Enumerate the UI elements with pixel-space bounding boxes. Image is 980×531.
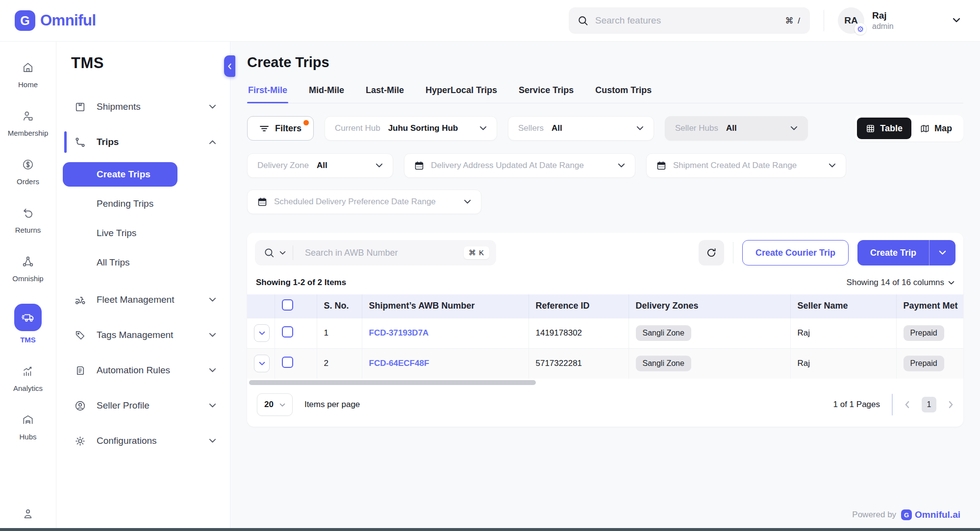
chevron-down-icon — [618, 161, 625, 170]
table-horizontal-scrollbar — [249, 380, 961, 386]
awb-link[interactable]: FCD-64ECF48F — [369, 359, 429, 368]
sidebar-title: TMS — [56, 54, 230, 72]
sidebar-item-tags-management[interactable]: Tags Management — [56, 323, 230, 347]
sidebar-item-fleet-management[interactable]: Fleet Management — [56, 288, 230, 312]
sellers-select[interactable]: Sellers All — [508, 116, 654, 141]
seller-hubs-select[interactable]: Seller Hubs All — [665, 116, 808, 141]
sidebar-item-trips[interactable]: Trips — [56, 130, 230, 154]
rail-item-omniship[interactable]: Omniship — [12, 255, 43, 283]
sidebar-menu: Shipments Trips Create Trips Pending Tri… — [56, 95, 230, 453]
map-view-button[interactable]: Map — [911, 118, 961, 139]
submenu-item-create-trips[interactable]: Create Trips — [63, 162, 177, 187]
omniful-ai-logo-icon: G — [901, 509, 912, 520]
rail-item-profile[interactable] — [22, 507, 34, 522]
topbar-divider — [824, 10, 824, 31]
chevron-down-icon — [790, 124, 798, 133]
current-page-button[interactable]: 1 — [922, 397, 936, 412]
header-payment-method: Payment Met — [896, 294, 963, 318]
scroll-icon — [74, 364, 86, 377]
row-checkbox[interactable] — [282, 357, 293, 368]
rail-item-hubs[interactable]: Hubs — [19, 413, 36, 441]
omniful-logo-text: Omniful — [40, 12, 96, 29]
table-row: 2 FCD-64ECF48F 5717322281 Sangli Zone Ra… — [247, 348, 963, 379]
submenu-item-pending-trips[interactable]: Pending Trips — [63, 192, 177, 216]
row-expand-button[interactable] — [254, 324, 270, 342]
create-courier-trip-button[interactable]: Create Courier Trip — [742, 240, 849, 266]
sidebar-item-shipments[interactable]: Shipments — [56, 95, 230, 119]
tab-mid-mile[interactable]: Mid-Mile — [308, 82, 345, 103]
tab-first-mile[interactable]: First-Mile — [247, 82, 288, 103]
rail-label: TMS — [20, 336, 36, 344]
delivery-address-updated-date-range[interactable]: Delivery Address Updated At Date Range — [404, 153, 635, 178]
user-role: admin — [872, 22, 894, 31]
create-trip-button[interactable]: Create Trip — [857, 240, 929, 266]
delivery-zone-select[interactable]: Delivery Zone All — [247, 153, 393, 178]
rail-item-orders[interactable]: Orders — [17, 158, 39, 186]
page-size-select[interactable]: 20 — [257, 393, 293, 416]
chevron-down-icon — [209, 436, 216, 445]
chevron-down-icon — [259, 362, 265, 366]
sidebar-item-label: Fleet Management — [97, 294, 174, 305]
rail-item-analytics[interactable]: Analytics — [13, 365, 43, 392]
table-view-button[interactable]: Table — [857, 118, 911, 139]
tab-hyperlocal-trips[interactable]: HyperLocal Trips — [425, 82, 498, 103]
current-hub-select[interactable]: Current Hub Juhu Sorting Hub — [325, 116, 497, 141]
rail-label: Home — [18, 80, 38, 89]
table-header-row: S. No. Shipment’s AWB Number Reference I… — [247, 294, 963, 318]
pagination-divider — [892, 394, 893, 415]
create-trip-split-button: Create Trip — [857, 240, 955, 266]
tab-service-trips[interactable]: Service Trips — [518, 82, 575, 103]
cell-reference-id: 1419178302 — [528, 318, 628, 348]
tab-last-mile[interactable]: Last-Mile — [365, 82, 405, 103]
chevron-down-icon — [479, 124, 487, 133]
user-icon — [22, 513, 34, 522]
sidebar-item-seller-profile[interactable]: Seller Profile — [56, 393, 230, 418]
row-checkbox[interactable] — [282, 326, 293, 338]
chevron-down-icon — [939, 250, 946, 255]
rail-item-membership[interactable]: Membership — [8, 110, 49, 137]
filters-button[interactable]: Filters — [247, 116, 314, 141]
chevron-down-icon[interactable] — [953, 16, 960, 25]
sidebar-item-label: Tags Management — [97, 330, 173, 340]
columns-summary-button[interactable]: Showing 14 of 16 columns — [847, 278, 955, 288]
awb-link[interactable]: FCD-37193D7A — [369, 328, 429, 338]
submenu-item-live-trips[interactable]: Live Trips — [63, 221, 177, 245]
tab-custom-trips[interactable]: Custom Trips — [594, 82, 653, 103]
sidebar-item-automation-rules[interactable]: Automation Rules — [56, 358, 230, 383]
awb-search-input[interactable]: Search in AWB Number ⌘ K — [255, 240, 496, 266]
sidebar-item-configurations[interactable]: Configurations — [56, 429, 230, 453]
refresh-icon — [706, 247, 717, 258]
topbar-right: Search features ⌘ / RA ⚙ Raj admin — [569, 7, 960, 34]
rail-item-home[interactable]: Home — [18, 61, 38, 89]
rail-item-returns[interactable]: Returns — [15, 207, 41, 234]
scrollbar-thumb[interactable] — [249, 380, 536, 385]
payment-method-pill: Prepaid — [904, 325, 944, 341]
search-divider — [293, 245, 293, 260]
sidebar-item-label: Trips — [97, 137, 119, 147]
pages-count: 1 of 1 Pages — [833, 400, 880, 410]
refresh-button[interactable] — [699, 240, 724, 266]
search-field-chevron-icon[interactable] — [279, 251, 286, 255]
scheduled-delivery-preference-date-range[interactable]: Scheduled Delivery Preference Date Range — [247, 190, 481, 214]
rail-item-tms[interactable]: TMS — [14, 304, 42, 344]
create-trip-caret-button[interactable] — [929, 240, 955, 266]
chevron-left-icon — [905, 401, 910, 409]
user-menu[interactable]: RA ⚙ Raj admin — [838, 7, 960, 34]
sidebar-collapse-button[interactable] — [224, 55, 235, 77]
rail-label: Orders — [17, 177, 39, 186]
omniful-ai-logo[interactable]: G Omniful.ai — [901, 509, 960, 520]
global-search-input[interactable]: Search features ⌘ / — [569, 7, 810, 34]
tms-sidebar: TMS Shipments Trips Create Trips — [56, 42, 230, 531]
next-page-button[interactable] — [948, 401, 954, 409]
filter-row-2: Delivery Zone All Delivery Address Updat… — [247, 153, 963, 178]
select-all-checkbox[interactable] — [282, 299, 293, 311]
prev-page-button[interactable] — [905, 401, 910, 409]
window-bottom-scrollbar[interactable] — [0, 528, 980, 531]
omniful-logo[interactable]: G Omniful — [15, 10, 96, 31]
submenu-item-all-trips[interactable]: All Trips — [63, 250, 177, 275]
view-toggle: Table Map — [854, 115, 963, 142]
awb-search-placeholder: Search in AWB Number — [305, 248, 459, 258]
header-seller-name: Seller Name — [790, 294, 896, 318]
row-expand-button[interactable] — [254, 355, 270, 372]
shipment-created-date-range[interactable]: Shipment Created At Date Range — [646, 153, 846, 178]
